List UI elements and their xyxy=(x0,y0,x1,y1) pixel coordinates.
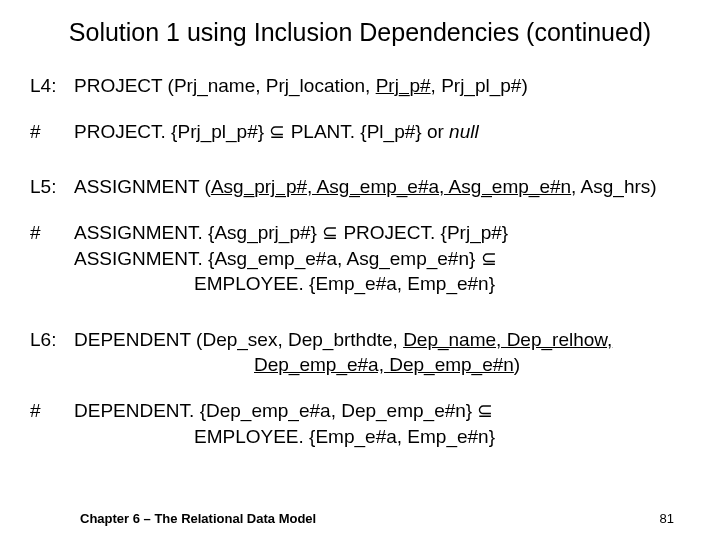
l5c-body: ASSIGNMENT. {Asg_prj_p#} ⊆ PROJECT. {Prj… xyxy=(74,220,690,297)
l4-label: L4: xyxy=(30,73,74,99)
l4c-body: PROJECT. {Prj_pl_p#} ⊆ PLANT. {Pl_p#} or… xyxy=(74,119,690,145)
footer-chapter: Chapter 6 – The Relational Data Model xyxy=(80,511,316,526)
line-l5-constraint: # ASSIGNMENT. {Asg_prj_p#} ⊆ PROJECT. {P… xyxy=(30,220,690,297)
l5-label: L5: xyxy=(30,174,74,200)
l6-post: ) xyxy=(514,354,520,375)
l4c-t1: PROJECT. {Prj_pl_p#} xyxy=(74,121,269,142)
footer-page: 81 xyxy=(660,511,674,526)
l4c-null: null xyxy=(449,121,479,142)
l4-body: PROJECT (Prj_name, Prj_location, Prj_p#,… xyxy=(74,73,690,99)
subset-icon: ⊆ xyxy=(322,222,338,243)
line-l4: L4: PROJECT (Prj_name, Prj_location, Prj… xyxy=(30,73,690,99)
l6-body: DEPENDENT (Dep_sex, Dep_brthdte, Dep_nam… xyxy=(74,327,690,378)
l6c-label: # xyxy=(30,398,74,424)
line-l4-constraint: # PROJECT. {Prj_pl_p#} ⊆ PLANT. {Pl_p#} … xyxy=(30,119,690,145)
l6c-l1a: DEPENDENT. {Dep_emp_e#a, Dep_emp_e#n} xyxy=(74,400,477,421)
l4-pre: PROJECT (Prj_name, Prj_location, xyxy=(74,75,376,96)
l5-pre: ASSIGNMENT ( xyxy=(74,176,211,197)
l6c-l2: EMPLOYEE. {Emp_e#a, Emp_e#n} xyxy=(74,424,690,450)
slide: Solution 1 using Inclusion Dependencies … xyxy=(0,0,720,540)
subset-icon: ⊆ xyxy=(269,121,285,142)
l5c-l2a: ASSIGNMENT. {Asg_emp_e#a, Asg_emp_e#n} xyxy=(74,248,481,269)
l4c-t2: PLANT. {Pl_p#} or xyxy=(285,121,449,142)
footer: Chapter 6 – The Relational Data Model 81 xyxy=(0,511,720,526)
l6-key1: Dep_name, Dep_relhow, xyxy=(403,329,612,350)
l5c-label: # xyxy=(30,220,74,246)
l5c-l1a: ASSIGNMENT. {Asg_prj_p#} xyxy=(74,222,322,243)
line-l6-constraint: # DEPENDENT. {Dep_emp_e#a, Dep_emp_e#n} … xyxy=(30,398,690,449)
l5-key: Asg_prj_p#, Asg_emp_e#a, Asg_emp_e#n xyxy=(211,176,571,197)
l6c-body: DEPENDENT. {Dep_emp_e#a, Dep_emp_e#n} ⊆ … xyxy=(74,398,690,449)
subset-icon: ⊆ xyxy=(477,400,493,421)
l5-body: ASSIGNMENT (Asg_prj_p#, Asg_emp_e#a, Asg… xyxy=(74,174,690,200)
l6-label: L6: xyxy=(30,327,74,353)
line-l5: L5: ASSIGNMENT (Asg_prj_p#, Asg_emp_e#a,… xyxy=(30,174,690,200)
l6-pre: DEPENDENT (Dep_sex, Dep_brthdte, xyxy=(74,329,403,350)
l5-post: , Asg_hrs) xyxy=(571,176,657,197)
l4c-label: # xyxy=(30,119,74,145)
l4-mid: , Prj_pl_p#) xyxy=(431,75,528,96)
subset-icon: ⊆ xyxy=(481,248,497,269)
l5c-l3: EMPLOYEE. {Emp_e#a, Emp_e#n} xyxy=(74,271,690,297)
slide-title: Solution 1 using Inclusion Dependencies … xyxy=(30,18,690,47)
l5c-l1b: PROJECT. {Prj_p#} xyxy=(338,222,508,243)
l6-key2: Dep_emp_e#a, Dep_emp_e#n xyxy=(254,354,514,375)
line-l6: L6: DEPENDENT (Dep_sex, Dep_brthdte, Dep… xyxy=(30,327,690,378)
l4-key: Prj_p# xyxy=(376,75,431,96)
